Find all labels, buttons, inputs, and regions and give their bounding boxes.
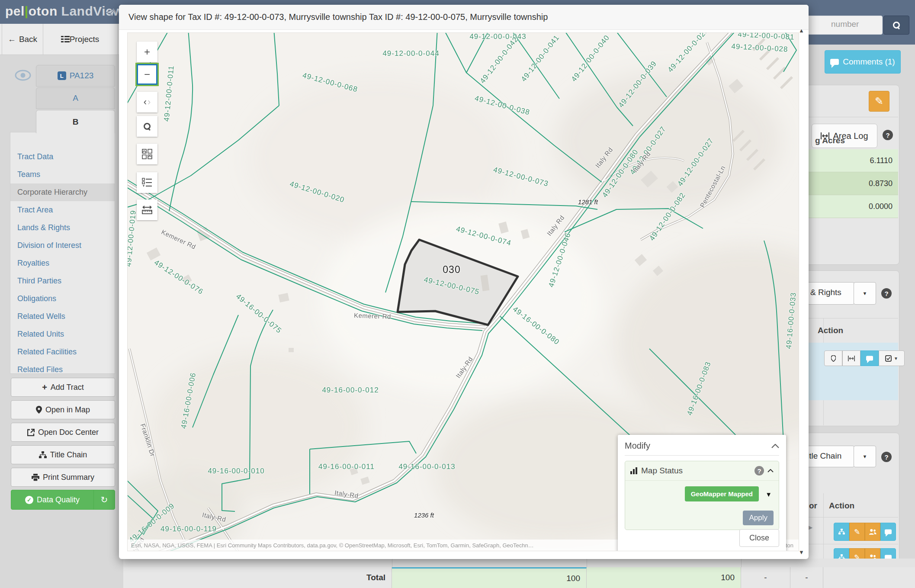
total-label-cell: Total [123, 567, 392, 588]
elevation-label: 1281 ft [578, 198, 598, 206]
sidebar-nav: Tract DataTeamsCorporate HierarchyTract … [10, 132, 115, 374]
back-button[interactable]: ← Back [2, 24, 43, 55]
road-label: Pentecostal-Ln [698, 164, 726, 209]
measure-button[interactable] [137, 199, 157, 220]
tab-b-label: B [73, 117, 79, 127]
sidebar-item-corporate-hierarchy[interactable]: Corporate Hierarchy [10, 183, 115, 201]
layer-list-button[interactable] [137, 172, 157, 193]
zoom-out-button[interactable]: − [137, 64, 157, 85]
acres-value: 0.0000 [869, 202, 893, 211]
basemap-button[interactable] [137, 144, 157, 164]
collapse-chevron-icon[interactable] [767, 469, 774, 472]
edit-action-button[interactable]: ✎ [849, 523, 865, 541]
printer-icon [32, 474, 39, 481]
title-chain-button[interactable]: Title Chain [11, 445, 115, 464]
help-icon[interactable]: ? [883, 130, 893, 140]
add-tract-button[interactable]: + Add Tract [11, 378, 115, 397]
comment-icon [885, 529, 892, 534]
comment-action-button[interactable] [860, 350, 879, 366]
chevron-left-icon[interactable]: ‹ [144, 96, 147, 108]
sidebar-item-royalties[interactable]: Royalties [10, 254, 115, 272]
title-chain-caret[interactable]: ▼ [854, 446, 876, 467]
expand-caret-icon[interactable]: ▶ [809, 524, 812, 530]
highlighted-parcel-number: 030 [443, 264, 460, 276]
road-label: Italy-Rd [334, 489, 359, 500]
elevation-label: 1236 ft [414, 511, 434, 519]
table-row [123, 559, 915, 568]
parcel-label: 49-16-00-0-075 [234, 292, 283, 335]
zoom-in-button[interactable]: + [137, 42, 157, 62]
close-button[interactable]: Close [739, 529, 779, 547]
tab-a[interactable]: A [36, 87, 115, 109]
sidebar-item-obligations[interactable]: Obligations [10, 290, 115, 308]
sidebar-item-related-facilities[interactable]: Related Facilities [10, 343, 115, 361]
project-tab-label: PA123 [70, 71, 94, 80]
search-button[interactable] [883, 16, 909, 35]
modal-title-bar: View shape for Tax ID #: 49-12-00-0-073,… [119, 5, 809, 30]
sidebar-item-teams[interactable]: Teams [10, 166, 115, 183]
sitemap-icon [838, 529, 845, 535]
tab-b[interactable]: B [36, 110, 115, 133]
close-label: Close [749, 533, 769, 542]
map-search-button[interactable] [137, 116, 157, 137]
comments-label: Comments (1) [843, 57, 895, 67]
total-value-cell: 100 [587, 567, 741, 588]
road-label: Italy Rd [545, 214, 565, 237]
title-chain-dropdown-label: itle Chain [807, 451, 841, 461]
paper-plane-icon[interactable] [105, 7, 116, 18]
parcel-label: 49-16-00-0-006 [180, 372, 198, 430]
apply-button[interactable]: Apply [743, 511, 774, 525]
sidebar-item-related-wells[interactable]: Related Wells [10, 308, 115, 325]
help-icon[interactable]: ? [754, 466, 764, 476]
scroll-up-icon[interactable]: ▲ [799, 27, 804, 34]
search-icon [893, 22, 900, 29]
sidebar-item-related-files[interactable]: Related Files [10, 361, 115, 379]
status-dropdown-button[interactable]: ▼ [879, 350, 905, 366]
help-icon[interactable]: ? [881, 452, 892, 462]
help-icon[interactable]: ? [881, 288, 892, 299]
map-pin-action-button[interactable] [824, 350, 842, 366]
sitemap-action-button[interactable] [834, 523, 849, 541]
edit-button[interactable]: ✎ [869, 91, 889, 112]
comments-button[interactable]: Comments (1) [825, 50, 901, 74]
logo-oton: oton [29, 4, 58, 18]
data-quality-button[interactable]: ✓ Data Quality ↻ [11, 490, 115, 510]
print-summary-button[interactable]: Print Summary [11, 468, 115, 487]
map-status-value-button[interactable]: GeoMapper Mapped [685, 486, 759, 501]
open-doc-center-button[interactable]: Open Doc Center [11, 423, 115, 442]
prev-next-extent-button[interactable]: ‹› [137, 92, 157, 112]
sidebar-item-related-units[interactable]: Related Units [10, 325, 115, 343]
collapse-chevron-icon[interactable] [771, 444, 779, 448]
sidebar-item-lands-rights[interactable]: Lands & Rights [10, 219, 115, 237]
refresh-icon[interactable]: ↻ [93, 490, 115, 509]
people-action-button[interactable] [865, 523, 880, 541]
acres-value: 6.1110 [870, 156, 893, 165]
print-summary-label: Print Summary [43, 473, 94, 482]
sidebar-item-tract-data[interactable]: Tract Data [10, 148, 115, 166]
sidebar-item-third-parties[interactable]: Third Parties [10, 272, 115, 290]
comment-icon [866, 356, 873, 360]
rights-dropdown-caret[interactable]: ▼ [854, 282, 876, 305]
search-icon [144, 123, 151, 130]
sidebar-item-division-of-interest[interactable]: Division of Interest [10, 237, 115, 254]
area-action-button[interactable] [842, 350, 860, 366]
acres-column-header: g Acres [815, 136, 845, 145]
row-action-icons: ▼ [824, 350, 905, 366]
parcel-label: 49-12-00-0-038 [474, 94, 531, 117]
status-caret-icon[interactable]: ▼ [765, 491, 772, 498]
scroll-down-icon[interactable]: ▼ [799, 549, 804, 556]
comment-action-button[interactable] [880, 523, 896, 541]
lessor-column-header: or [809, 501, 817, 511]
parcel-label: 49-12-00-0-073 [492, 165, 549, 188]
tab-a-label: A [73, 93, 78, 103]
map-canvas[interactable]: 49-12-00-0-04349-12-00-0-04449-12-00-0-0… [127, 32, 799, 551]
tab-project-pa123[interactable]: L PA123 [36, 65, 115, 87]
open-in-map-button[interactable]: Open in Map [11, 400, 115, 419]
projects-button[interactable]: Projects [42, 24, 118, 55]
parcel-label: 49-12-00-0-074 [455, 225, 512, 247]
caret-down-icon: ▼ [863, 291, 867, 296]
eye-icon[interactable] [15, 69, 31, 81]
attribution-text: Esri, NASA, NGA, USGS, FEMA | Esri Commu… [131, 542, 534, 549]
plus-icon: + [42, 382, 47, 392]
sidebar-item-tract-area[interactable]: Tract Area [10, 201, 115, 219]
